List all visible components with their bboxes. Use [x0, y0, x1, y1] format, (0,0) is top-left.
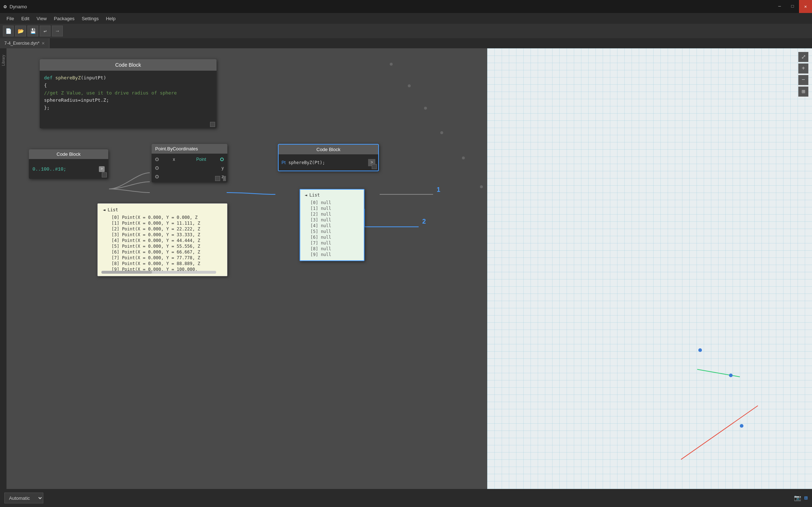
scrollbar-left-thumb[interactable] — [101, 271, 152, 274]
list-item-right-4: [4] null — [305, 223, 359, 229]
status-icons: 📷 ⊞ — [794, 494, 808, 502]
node-corner-point[interactable] — [215, 176, 220, 181]
node-point-header: Point.ByCoordinates — [152, 144, 227, 154]
node-codeblock-mid[interactable]: Code Block Pt sphereByZ(Pt); > — [278, 144, 379, 171]
list-collapse-right[interactable]: ◄ — [305, 193, 307, 198]
output-port-small[interactable]: > — [99, 166, 105, 172]
open-button[interactable]: 📂 — [15, 26, 26, 36]
menu-help[interactable]: Help — [102, 14, 119, 23]
port-row-x: x Point — [152, 155, 227, 164]
node-corner-mid[interactable] — [372, 164, 377, 169]
port-in-x[interactable] — [155, 158, 159, 161]
canvas-dot-1 — [390, 63, 393, 66]
statusbar: Automatic Manual 📷 ⊞ — [0, 489, 812, 507]
layout-icon[interactable]: ⊞ — [804, 494, 808, 502]
close-button[interactable]: ✕ — [799, 0, 812, 13]
titlebar: ⚙ Dynamo — □ ✕ — [0, 0, 812, 13]
node-point-by-coordinates[interactable]: Point.ByCoordinates x Point y z | — [152, 144, 227, 182]
sidebar-strip: Library — [0, 48, 6, 489]
list-item-right-8: [8] null — [305, 246, 359, 252]
list-item-left-8: [8] Point(X = 0.000, Y = 88.889, Z — [103, 261, 222, 266]
list-item-left-2: [2] Point(X = 0.000, Y = 22.222, Z — [103, 226, 222, 232]
app-title: Dynamo — [9, 4, 27, 9]
list-title-right: List — [309, 193, 320, 198]
canvas-dot-4 — [440, 131, 443, 134]
port-in-z[interactable] — [155, 175, 159, 178]
save-button[interactable]: 💾 — [27, 26, 38, 36]
list-item-right-1: [1] null — [305, 206, 359, 211]
list-item-right-7: [7] null — [305, 240, 359, 246]
code-mid-value: sphereByZ(Pt); — [288, 160, 325, 165]
node-corner-small[interactable] — [102, 172, 107, 177]
tabbar: 7-4_Exercise.dyn* ✕ — [0, 38, 812, 48]
3d-point-2 — [729, 374, 733, 377]
list-item-right-3: [3] null — [305, 217, 359, 223]
menubar: File Edit View Packages Settings Help — [0, 13, 812, 24]
port-row-y: y — [152, 164, 227, 172]
node-codeblock-mid-header: Code Block — [279, 145, 378, 154]
canvas[interactable]: Library ⤢ + − ⊞ 1 2 Code Block — [0, 48, 812, 489]
zoom-out-button[interactable]: − — [798, 75, 808, 85]
list-collapse-left[interactable]: ◄ — [103, 207, 105, 212]
tab-label: 7-4_Exercise.dyn* — [4, 41, 39, 46]
node-codeblock-mid-body: Pt sphereByZ(Pt); > — [279, 154, 378, 171]
menu-settings[interactable]: Settings — [78, 14, 102, 23]
list-item-left-0: [0] Point(X = 0.000, Y = 0.000, Z — [103, 215, 222, 220]
port-label-y: y — [222, 166, 224, 171]
list-item-left-4: [4] Point(X = 0.000, Y = 44.444, Z — [103, 238, 222, 243]
node-resize-handle[interactable] — [210, 122, 215, 127]
list-item-left-6: [6] Point(X = 0.000, Y = 66.667, Z — [103, 249, 222, 255]
maximize-button[interactable]: □ — [786, 0, 799, 13]
fit-button[interactable]: ⊞ — [798, 87, 808, 97]
menu-packages[interactable]: Packages — [50, 14, 78, 23]
wire-label-2: 2 — [422, 218, 426, 225]
menu-edit[interactable]: Edit — [18, 14, 33, 23]
canvas-dot-3 — [424, 107, 427, 110]
list-item-right-2: [2] null — [305, 211, 359, 217]
canvas-dot-6 — [480, 185, 483, 188]
3d-point-1 — [698, 348, 702, 352]
list-popup-left: ◄ List [0] Point(X = 0.000, Y = 0.000, Z… — [97, 203, 227, 276]
tab-close-icon[interactable]: ✕ — [42, 41, 45, 46]
node-collapse-point[interactable]: | — [223, 176, 226, 181]
list-item-right-9: [9] null — [305, 252, 359, 257]
toolbar: 📄 📂 💾 ↩ → — [0, 24, 812, 38]
minimize-button[interactable]: — — [773, 0, 786, 13]
run-mode-dropdown[interactable]: Automatic Manual — [4, 493, 43, 503]
zoom-controls: ⤢ + − ⊞ — [798, 52, 808, 97]
scrollbar-left[interactable] — [101, 271, 216, 274]
redo-button[interactable]: → — [52, 26, 63, 36]
undo-button[interactable]: ↩ — [40, 26, 51, 36]
list-item-left-7: [7] Point(X = 0.000, Y = 77.778, Z — [103, 255, 222, 261]
list-item-left-3: [3] Point(X = 0.000, Y = 33.333, Z — [103, 232, 222, 238]
node-codeblock-top[interactable]: Code Block def sphereByZ(inputPt) { //ge… — [40, 59, 217, 128]
port-out-point[interactable] — [220, 158, 224, 161]
window-controls: — □ ✕ — [773, 0, 812, 13]
node-codeblock-top-header: Code Block — [40, 59, 217, 71]
3d-viewport — [487, 48, 812, 489]
zoom-in-button[interactable]: + — [798, 63, 808, 74]
app-icon: ⚙ — [4, 4, 6, 10]
code-value: 0..100..#10; — [32, 167, 66, 172]
3d-point-3 — [740, 424, 743, 428]
port-label-point: Point — [196, 157, 206, 162]
port-label-x: x — [173, 157, 175, 162]
canvas-dot-2 — [408, 84, 411, 87]
port-in-y[interactable] — [155, 166, 159, 170]
port-label-pt: Pt — [281, 160, 285, 165]
new-button[interactable]: 📄 — [3, 26, 14, 36]
tab-file[interactable]: 7-4_Exercise.dyn* ✕ — [0, 38, 49, 48]
library-label: Library — [1, 55, 5, 66]
camera-icon[interactable]: 📷 — [794, 494, 801, 502]
menu-view[interactable]: View — [33, 14, 50, 23]
node-codeblock-small[interactable]: Code Block 0..100..#10; > — [29, 149, 108, 179]
list-popup-right: ◄ List [0] null [1] null [2] null [3] nu… — [300, 189, 364, 261]
node-codeblock-small-body: 0..100..#10; > — [29, 159, 108, 179]
list-item-right-6: [6] null — [305, 234, 359, 240]
list-item-left-1: [1] Point(X = 0.000, Y = 11.111, Z — [103, 220, 222, 226]
list-item-left-5: [5] Point(X = 0.000, Y = 55.556, Z — [103, 243, 222, 249]
menu-file[interactable]: File — [3, 14, 18, 23]
node-codeblock-top-body: def sphereByZ(inputPt) { //get Z Value, … — [40, 71, 217, 128]
canvas-dot-5 — [462, 156, 465, 159]
expand-icon[interactable]: ⤢ — [798, 52, 808, 62]
